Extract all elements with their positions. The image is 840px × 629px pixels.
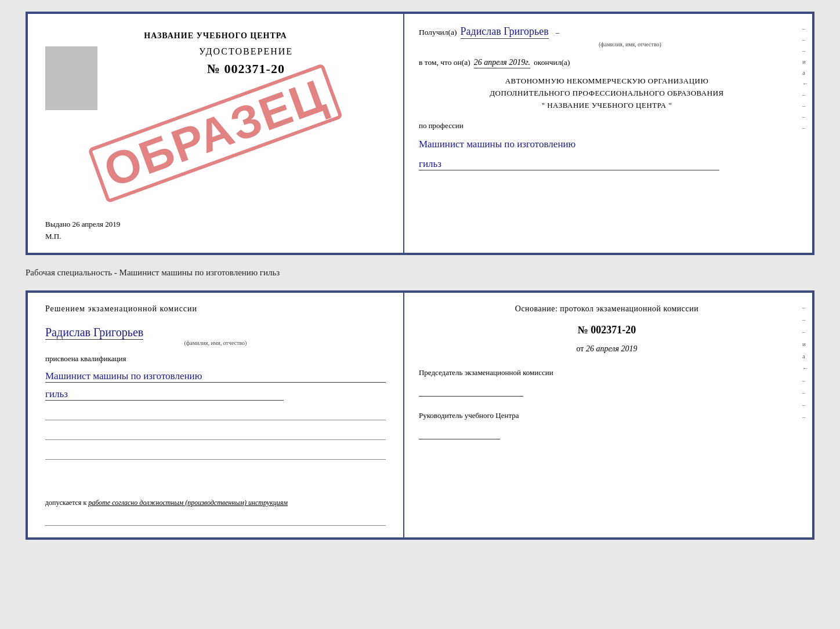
empty-line-2 xyxy=(45,428,386,440)
cert-center-text: УДОСТОВЕРЕНИЕ № 002371-20 xyxy=(106,46,386,77)
assigned-text: присвоена квалификация xyxy=(45,354,386,363)
po-professii-label: по профессии xyxy=(419,121,795,130)
mp-line: М.П. xyxy=(45,232,61,241)
certificate-top: НАЗВАНИЕ УЧЕБНОГО ЦЕНТРА УДОСТОВЕРЕНИЕ №… xyxy=(26,12,814,255)
profession-hw2: гильз xyxy=(419,158,719,170)
between-label: Рабочая специальность - Машинист машины … xyxy=(26,266,814,280)
chairman-block: Председатель экзаменационной комиссии xyxy=(419,368,795,397)
допускается-text: работе согласно должностным (производств… xyxy=(88,499,288,507)
org-line2: ДОПОЛНИТЕЛЬНОГО ПРОФЕССИОНАЛЬНОГО ОБРАЗО… xyxy=(419,88,795,100)
допускается-label: допускается к xyxy=(45,499,86,507)
cert-top-right: Получил(а) Радислав Григорьев – (фамилия… xyxy=(404,14,812,253)
qual-hw1: Машинист машины по изготовлению xyxy=(45,370,386,383)
protocol-label: № xyxy=(578,324,588,336)
vtom-row: в том, что он(а) 26 апреля 2019г. окончи… xyxy=(419,58,795,68)
school-name-top: НАЗВАНИЕ УЧЕБНОГО ЦЕНТРА xyxy=(144,31,287,41)
org-line3: " НАЗВАНИЕ УЧЕБНОГО ЦЕНТРА " xyxy=(419,100,795,112)
decision-text: Решением экзаменационной комиссии xyxy=(45,304,386,314)
fio-sublabel-top: (фамилия, имя, отчество) xyxy=(465,41,795,48)
head-label: Руководитель учебного Центра xyxy=(419,410,795,421)
udost-label: УДОСТОВЕРЕНИЕ xyxy=(106,46,386,57)
cert-bottom-left: Решением экзаменационной комиссии Радисл… xyxy=(28,293,404,537)
допускается-block: допускается к работе согласно должностны… xyxy=(45,493,386,507)
head-sign-line xyxy=(419,423,500,439)
certificate-bottom: Решением экзаменационной комиссии Радисл… xyxy=(26,290,814,540)
profession-hw1: Машинист машины по изготовлению xyxy=(419,139,795,150)
org-line1: АВТОНОМНУЮ НЕКОММЕРЧЕСКУЮ ОРГАНИЗАЦИЮ xyxy=(419,75,795,88)
poluchil-label: Получил(а) xyxy=(419,28,457,37)
empty-line-4 xyxy=(45,514,386,526)
protocol-number: 002371-20 xyxy=(591,324,636,336)
cert-bottom-right: Основание: протокол экзаменационной коми… xyxy=(404,293,812,537)
osnov-text: Основание: протокол экзаменационной коми… xyxy=(419,304,795,314)
org-block: АВТОНОМНУЮ НЕКОММЕРЧЕСКУЮ ОРГАНИЗАЦИЮ ДО… xyxy=(419,75,795,111)
ot-label: от xyxy=(577,344,584,353)
chairman-sign-line xyxy=(419,380,523,397)
person-name-bottom-wrap: Радислав Григорьев (фамилия, имя, отчест… xyxy=(45,323,386,346)
cert-top-left: НАЗВАНИЕ УЧЕБНОГО ЦЕНТРА УДОСТОВЕРЕНИЕ №… xyxy=(28,14,404,253)
dash-after-name: – xyxy=(556,28,560,37)
fio-sublabel-bottom: (фамилия, имя, отчество) xyxy=(45,340,386,346)
date-row-bottom: от 26 апреля 2019 xyxy=(419,344,795,354)
head-block: Руководитель учебного Центра xyxy=(419,410,795,439)
chairman-label: Председатель экзаменационной комиссии xyxy=(419,368,795,378)
person-name-bottom: Радислав Григорьев xyxy=(45,326,143,340)
vtom-label: в том, что он(а) xyxy=(419,58,470,67)
photo-placeholder xyxy=(45,46,97,110)
cert-number: № 002371-20 xyxy=(106,61,386,77)
empty-line-3 xyxy=(45,448,386,460)
date-field: 26 апреля 2019г. xyxy=(474,58,530,68)
right-dashes-bottom: – – – и а ← – – – – xyxy=(802,304,809,420)
qual-hw2: гильз xyxy=(45,388,284,401)
cert-middle-block: УДОСТОВЕРЕНИЕ № 002371-20 xyxy=(45,46,386,110)
empty-line-1 xyxy=(45,409,386,420)
ot-date: 26 апреля 2019 xyxy=(586,344,637,353)
poluchil-row: Получил(а) Радислав Григорьев – xyxy=(419,26,795,39)
protocol-number-block: № 002371-20 xyxy=(419,324,795,336)
person-name-top: Радислав Григорьев xyxy=(461,26,549,39)
okonchil-label: окончил(а) xyxy=(534,58,570,67)
vydano-line: Выдано 26 апреля 2019 xyxy=(45,220,120,229)
right-dashes-top: – – – и а ← – – – – xyxy=(802,26,809,131)
